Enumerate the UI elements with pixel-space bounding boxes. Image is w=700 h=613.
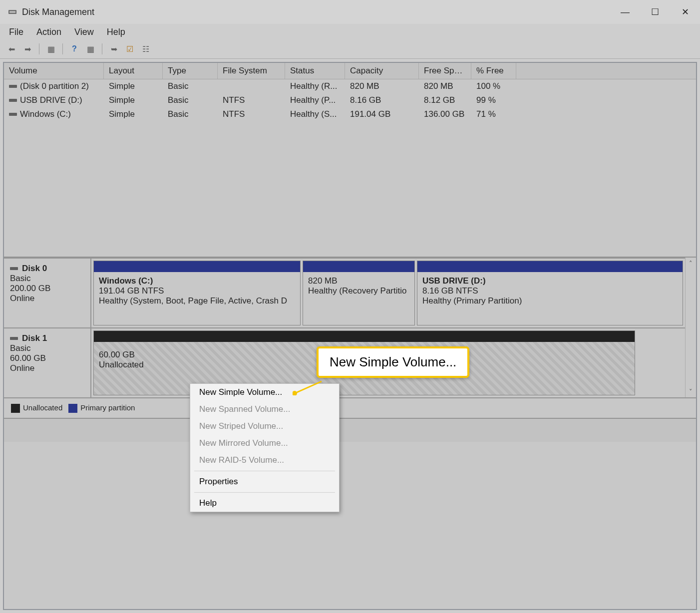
- legend-unallocated-swatch: [11, 404, 20, 413]
- table-row[interactable]: USB DRIVE (D:) Simple Basic NTFS Healthy…: [4, 93, 696, 107]
- menu-new-striped-volume: New Striped Volume...: [190, 418, 339, 435]
- menu-new-raid5-volume: New RAID-5 Volume...: [190, 452, 339, 469]
- content-area: Volume Layout Type File System Status Ca…: [3, 62, 697, 610]
- col-freespace[interactable]: Free Spa...: [419, 63, 471, 79]
- menu-properties[interactable]: Properties: [190, 473, 339, 490]
- volume-table-header[interactable]: Volume Layout Type File System Status Ca…: [4, 63, 696, 79]
- back-icon[interactable]: ⬅: [5, 43, 18, 54]
- col-volume[interactable]: Volume: [4, 63, 104, 79]
- menu-file[interactable]: File: [9, 27, 23, 37]
- svg-rect-1: [9, 11, 15, 13]
- legend-primary-swatch: [68, 404, 77, 413]
- menu-view[interactable]: View: [74, 27, 94, 37]
- callout-label: New Simple Volume...: [317, 346, 469, 378]
- col-filesystem[interactable]: File System: [218, 63, 285, 79]
- rescan-disks-icon[interactable]: ☑: [123, 43, 136, 54]
- col-capacity[interactable]: Capacity: [345, 63, 419, 79]
- forward-icon[interactable]: ➡: [21, 43, 34, 54]
- col-pctfree[interactable]: % Free: [471, 63, 516, 79]
- app-icon: [8, 7, 17, 16]
- close-button[interactable]: ✕: [670, 0, 700, 24]
- partition-recovery[interactable]: 820 MB Healthy (Recovery Partitio: [303, 261, 415, 325]
- menu-new-mirrored-volume: New Mirrored Volume...: [190, 435, 339, 452]
- volume-table: Volume Layout Type File System Status Ca…: [4, 63, 696, 258]
- settings-icon[interactable]: ☷: [139, 43, 152, 54]
- menubar: File Action View Help: [0, 24, 700, 41]
- legend: Unallocated Primary partition: [4, 397, 696, 418]
- disk-icon: [9, 99, 17, 102]
- unallocated-stripe: [94, 331, 635, 342]
- refresh-icon[interactable]: ➥: [107, 43, 120, 54]
- titlebar[interactable]: Disk Management — ☐ ✕: [0, 0, 700, 24]
- status-strip: [4, 418, 696, 442]
- table-row[interactable]: (Disk 0 partition 2) Simple Basic Health…: [4, 79, 696, 93]
- disk-icon: [9, 85, 17, 88]
- maximize-button[interactable]: ☐: [640, 0, 670, 24]
- show-hide-console-tree-icon[interactable]: ▦: [44, 43, 57, 54]
- col-type[interactable]: Type: [163, 63, 218, 79]
- disk-info[interactable]: Disk 0 Basic 200.00 GB Online: [4, 259, 91, 327]
- menu-help[interactable]: Help: [190, 495, 339, 512]
- disk-icon: [10, 267, 18, 270]
- disk-row: Disk 0 Basic 200.00 GB Online Windows (C…: [4, 258, 685, 327]
- col-layout[interactable]: Layout: [104, 63, 163, 79]
- primary-partition-stripe: [417, 261, 683, 272]
- disk-icon: [10, 337, 18, 340]
- partition-usb-drive-d[interactable]: USB DRIVE (D:) 8.16 GB NTFS Healthy (Pri…: [417, 261, 683, 325]
- col-status[interactable]: Status: [285, 63, 345, 79]
- partition-windows-c[interactable]: Windows (C:) 191.04 GB NTFS Healthy (Sys…: [93, 261, 301, 325]
- window-root: Disk Management — ☐ ✕ File Action View H…: [0, 0, 700, 613]
- menu-action[interactable]: Action: [36, 27, 61, 37]
- scroll-up-icon[interactable]: ˄: [689, 260, 693, 267]
- table-row[interactable]: Windows (C:) Simple Basic NTFS Healthy (…: [4, 107, 696, 121]
- menu-new-simple-volume[interactable]: New Simple Volume...: [190, 384, 339, 401]
- window-title: Disk Management: [22, 7, 94, 17]
- disk-info[interactable]: Disk 1 Basic 60.00 GB Online: [4, 328, 91, 397]
- minimize-button[interactable]: —: [610, 0, 640, 24]
- disk-icon: [9, 113, 17, 116]
- menu-new-spanned-volume: New Spanned Volume...: [190, 401, 339, 418]
- menu-help[interactable]: Help: [107, 27, 125, 37]
- primary-partition-stripe: [303, 261, 414, 272]
- toolbar: ⬅ ➡ ▦ ? ▦ ➥ ☑ ☷: [0, 41, 700, 59]
- show-hide-action-pane-icon[interactable]: ▦: [84, 43, 97, 54]
- scroll-down-icon[interactable]: ˅: [689, 388, 693, 395]
- primary-partition-stripe: [94, 261, 300, 272]
- context-menu: New Simple Volume... New Spanned Volume.…: [190, 383, 340, 512]
- scrollbar[interactable]: ˄ ˅: [685, 258, 696, 397]
- help-icon[interactable]: ?: [68, 43, 81, 54]
